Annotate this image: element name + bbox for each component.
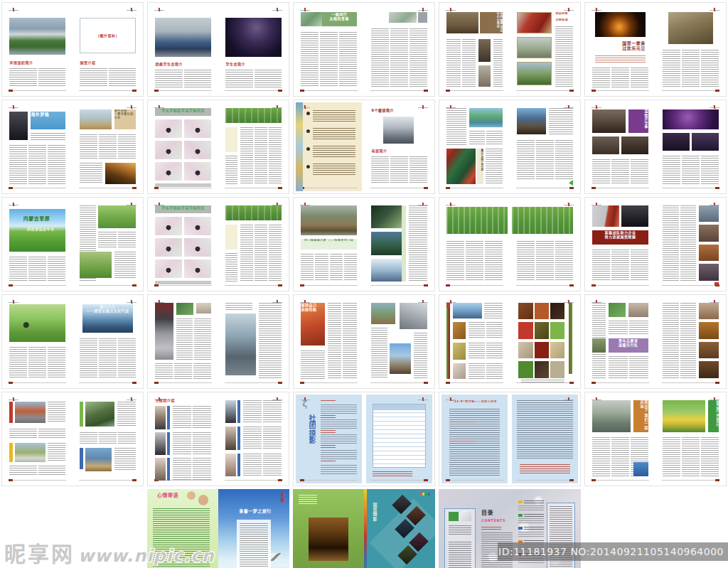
page-footer <box>9 187 67 189</box>
cover-mood-page-bear <box>187 491 196 500</box>
spread-r4c4-photo <box>453 363 466 380</box>
magazine-logo-icon <box>300 8 310 12</box>
spread-r5c2-page-left: 主席团介绍 <box>150 395 216 483</box>
spread-r5c2-portrait <box>225 400 236 424</box>
spread-r5c1-text <box>117 402 136 427</box>
spread-r1c1-page-left: 环保组织简介 <box>4 5 70 94</box>
spread-r4c2-text <box>225 303 252 312</box>
spread-r5c1-photo <box>85 402 114 427</box>
spread-r1c3-photo <box>418 12 427 23</box>
spread-r1c5-text <box>595 55 646 63</box>
spread-r5c2-portrait <box>225 454 236 477</box>
spread-r1c3-photo <box>389 12 417 23</box>
page-footer <box>225 284 283 286</box>
spread-r5c5-photo <box>663 400 705 432</box>
spread-r4c2-photo <box>176 303 193 316</box>
spread-r5c4-page-right <box>512 395 578 483</box>
spread-r1c4-text <box>446 39 476 87</box>
spread-r2c2-photo <box>225 108 281 123</box>
spread-r3c2-block <box>225 225 237 250</box>
spread-r3c1: 内蒙古草原风吹草低见牛羊 <box>1 197 144 291</box>
spread-r2c5: 温情开学季 <box>584 100 727 194</box>
spread-r1c5: 国贸一家亲 过欢乐元旦 <box>584 2 727 97</box>
spread-r3c3-text <box>409 205 427 282</box>
magazine-logo-icon <box>592 8 601 12</box>
text-column <box>259 303 282 380</box>
text-column <box>9 466 36 476</box>
text-column <box>680 303 696 380</box>
spread-r4c4-text <box>469 363 502 380</box>
text-column <box>611 250 629 282</box>
spread-r5c2-label: 主席团介绍 <box>155 398 188 404</box>
spread-r5c2-text <box>243 427 282 450</box>
page-footer <box>446 284 504 286</box>
magazine-logo-icon <box>418 397 428 402</box>
spread-r5c3-table <box>373 404 425 468</box>
text-column <box>469 131 485 145</box>
spread-r4c5-label: 青年志愿者 温暖先行队 <box>609 338 648 353</box>
text-column <box>493 39 503 87</box>
text-column <box>517 140 535 181</box>
spread-r5c1-page-right <box>75 395 141 483</box>
spread-r3c1-text <box>114 252 136 279</box>
spread-r1c4-label: 校园掠影 <box>555 12 572 16</box>
spread-r4c4-text <box>469 322 502 339</box>
page-footer <box>662 382 720 384</box>
spread-r1c2-label: 学生会简介 <box>225 62 262 68</box>
page-footer <box>662 90 720 92</box>
page-footer <box>446 479 504 481</box>
spread-r4c4-tile <box>518 322 532 339</box>
spread-r5c4-page-left: “12·9”大合唱——活动节目单 <box>441 395 508 483</box>
spread-r4c4-text <box>469 343 502 360</box>
spread-r3c5: 客服战队助力企业 努力造就国贸辉煌 <box>584 197 727 291</box>
contents-page-text <box>449 525 471 535</box>
text-column <box>595 55 646 63</box>
text-column <box>611 159 629 184</box>
text-column <box>99 432 117 445</box>
footer-accent-square <box>278 284 282 286</box>
cover-mood-page-page-right: 青春青春一梦之旅行 <box>218 489 289 568</box>
text-column <box>269 127 282 184</box>
spread-r3c1-photo <box>98 205 135 229</box>
text-column <box>682 437 700 476</box>
page-footer <box>516 284 574 286</box>
spread-r1c4-photo <box>517 62 551 85</box>
footer-accent-square <box>132 382 136 384</box>
spread-r1c5-page-left: 国贸一家亲 过欢乐元旦 <box>587 5 653 94</box>
text-column <box>193 363 211 380</box>
spread-r1c4-page-right: 校园掠影温情如歌 <box>512 5 578 94</box>
spread-r4c2-page-left <box>150 297 216 386</box>
spread-r1c2-page-left: 团委学生会简介 <box>150 5 216 94</box>
page-footer <box>370 479 429 481</box>
text-column <box>449 542 471 568</box>
page-footer <box>592 382 650 384</box>
contents-page-text <box>518 518 544 524</box>
text-column <box>38 429 65 439</box>
footer-accent-square <box>132 284 136 286</box>
spread-r2c3-label: 老班简介 <box>371 149 397 154</box>
spread-r4c4-tile <box>535 322 549 339</box>
page-footer <box>446 90 504 92</box>
spread-r3c2-photo <box>155 217 181 235</box>
spread-r1c2-heading: 学生会简介 <box>225 62 262 68</box>
watermark-site-name: 昵享网 <box>4 542 75 567</box>
spread-r3c1-label: 内蒙古草原 <box>14 216 60 225</box>
spread-r4c2-photo <box>196 303 210 314</box>
spread-r2c4-text <box>549 108 572 135</box>
text-column <box>9 347 27 379</box>
text-column <box>255 70 282 87</box>
text-column <box>9 68 36 88</box>
spread-r2c2-page-left: 学长学姐给学弟学妹的话 <box>150 102 216 191</box>
spread-r4c3-label: 坚持自己 选择的路 <box>301 303 324 345</box>
spread-r2c3-text <box>313 110 355 122</box>
spread-r3c4-text <box>446 241 502 282</box>
text-column <box>517 241 535 282</box>
text-column <box>263 454 282 477</box>
spread-r5c2-tab <box>167 458 170 481</box>
spread-r2c5-photo <box>692 133 718 151</box>
spread-r3c1-text <box>9 257 65 282</box>
watermark-site-url: www.nipic.cn <box>78 546 214 566</box>
spread-r4c5-photo <box>609 303 626 317</box>
text-column <box>410 156 427 184</box>
spread-r1c4-photo <box>446 12 478 33</box>
